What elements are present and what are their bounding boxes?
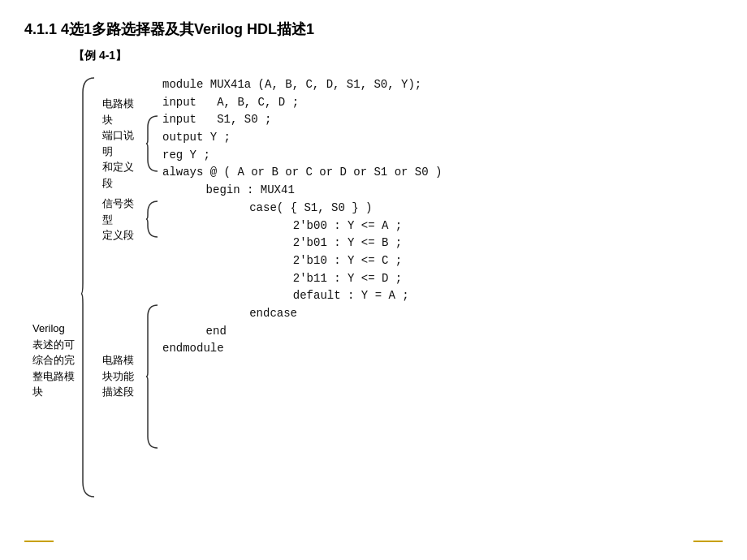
code-line-reg: reg Y ;	[162, 147, 442, 165]
port-brace	[145, 114, 159, 173]
bottom-line-right	[693, 541, 723, 542]
bottom-line-left	[24, 541, 54, 542]
annotation-groups: 电路模块 端口说明 和定义段 信号类型 定义段	[102, 76, 161, 450]
page-title: 4.1.1 4选1多路选择器及其Verilog HDL描述1	[24, 19, 723, 39]
code-line-module: module MUX41a (A, B, C, D, S1, S0, Y);	[162, 76, 442, 94]
code-line-input2: input S1, S0 ;	[162, 111, 442, 129]
code-line-default: default : Y = A ;	[211, 287, 442, 305]
signal-label: 信号类型 定义段	[102, 196, 143, 243]
outer-brace	[80, 76, 96, 498]
code-line-always: always @ ( A or B or C or D or S1 or S0 …	[162, 164, 442, 182]
spacer-gap2	[102, 243, 161, 250]
main-content: Verilog 表述的可 综合的完 整电路模 块	[32, 76, 723, 498]
func-label: 电路模 块功能 描述段	[102, 352, 143, 400]
spacer-module	[102, 76, 161, 96]
page: 4.1.1 4选1多路选择器及其Verilog HDL描述1 【例 4-1】 V…	[0, 0, 747, 560]
code-line-input1: input A, B, C, D ;	[162, 94, 442, 112]
code-block: module MUX41a (A, B, C, D, S1, S0, Y); i…	[162, 76, 442, 358]
code-line-case3: 2'b11 : Y <= D ;	[211, 270, 442, 288]
code-line-begin: begin : MUX41	[179, 182, 442, 200]
code-line-case: case( { S1, S0 } )	[195, 200, 442, 218]
verilog-label: Verilog 表述的可 综合的完 整电路模 块	[32, 321, 76, 400]
code-line-endcase: endcase	[195, 305, 442, 323]
code-line-output: output Y ;	[162, 129, 442, 147]
signal-annotation-group: 信号类型 定义段	[102, 196, 161, 243]
func-brace	[145, 304, 159, 450]
port-label: 电路模块 端口说明 和定义段	[102, 96, 143, 191]
func-annotation-group: 电路模 块功能 描述段	[102, 304, 161, 450]
code-line-endmodule: endmodule	[162, 340, 442, 358]
code-line-end: end	[179, 323, 442, 341]
verilog-outer-group: Verilog 表述的可 综合的完 整电路模 块	[32, 76, 99, 498]
example-label: 【例 4-1】	[73, 49, 723, 63]
signal-brace	[145, 200, 159, 239]
code-line-case1: 2'b01 : Y <= B ;	[211, 235, 442, 252]
code-line-case2: 2'b10 : Y <= C ;	[211, 252, 442, 270]
middle-section: 电路模块 端口说明 和定义段 信号类型 定义段	[102, 76, 442, 450]
port-annotation-group: 电路模块 端口说明 和定义段	[102, 96, 161, 191]
code-line-case0: 2'b00 : Y <= A ;	[211, 218, 442, 235]
